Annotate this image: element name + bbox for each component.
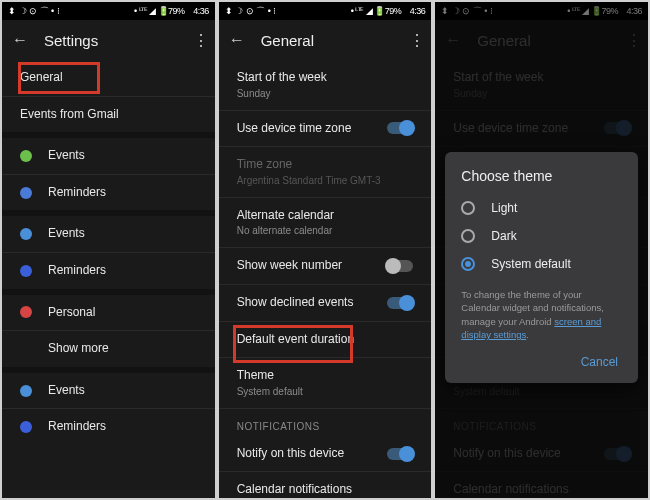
setting-show-week-number[interactable]: Show week number: [219, 248, 432, 285]
setting-start-of-week[interactable]: Start of the weekSunday: [219, 60, 432, 111]
calendar-color-dot: [20, 228, 32, 240]
calendar-item[interactable]: Events: [2, 138, 215, 175]
settings-item-events-gmail[interactable]: Events from Gmail: [2, 97, 215, 139]
app-bar: ← Settings ⋮: [2, 20, 215, 60]
setting-use-device-tz[interactable]: Use device time zone: [219, 111, 432, 148]
radio-checked-icon: [461, 257, 475, 271]
calendar-color-dot: [20, 421, 32, 433]
status-bar: ⬍ ☽ ⊙ ⌒ • ⁝ • ᴸᵀᴱ ◢ 🔋79% 4:36: [219, 2, 432, 20]
radio-unchecked-icon: [461, 229, 475, 243]
more-icon[interactable]: ⋮: [193, 31, 205, 50]
toggle-on[interactable]: [387, 122, 413, 134]
setting-show-declined[interactable]: Show declined events: [219, 285, 432, 322]
app-bar: ← General ⋮: [219, 20, 432, 60]
setting-time-zone: Time zoneArgentina Standard Time GMT-3: [219, 147, 432, 198]
show-more[interactable]: Show more: [2, 331, 215, 373]
calendar-color-dot: [20, 150, 32, 162]
setting-default-duration[interactable]: Default event duration: [219, 322, 432, 359]
dialog-note: To change the theme of your Calendar wid…: [461, 288, 622, 341]
calendar-color-dot: [20, 265, 32, 277]
calendar-item[interactable]: Events: [2, 373, 215, 410]
setting-notify-device[interactable]: Notify on this device: [219, 436, 432, 473]
screen-theme-dialog: ⬍ ☽ ⊙ ⌒ • ⁝ • ᴸᵀᴱ ◢ 🔋79% 4:36 ← General …: [435, 2, 648, 498]
theme-option-dark[interactable]: Dark: [461, 222, 622, 250]
back-icon[interactable]: ←: [229, 31, 247, 49]
settings-item-general[interactable]: General: [2, 60, 215, 97]
theme-option-light[interactable]: Light: [461, 194, 622, 222]
screen-settings: ⬍ ☽ ⊙ ⌒ • ⁝ • ᴸᵀᴱ ◢ 🔋79% 4:36 ← Settings…: [2, 2, 215, 498]
calendar-color-dot: [20, 187, 32, 199]
calendar-color-dot: [20, 306, 32, 318]
screen-general: ⬍ ☽ ⊙ ⌒ • ⁝ • ᴸᵀᴱ ◢ 🔋79% 4:36 ← General …: [219, 2, 432, 498]
calendar-item[interactable]: Events: [2, 216, 215, 253]
setting-calendar-notifications[interactable]: Calendar notifications: [219, 472, 432, 498]
calendar-item[interactable]: Personal: [2, 295, 215, 332]
toggle-on[interactable]: [387, 297, 413, 309]
setting-theme[interactable]: ThemeSystem default: [219, 358, 432, 409]
calendar-item[interactable]: Reminders: [2, 409, 215, 445]
more-icon[interactable]: ⋮: [409, 31, 421, 50]
radio-unchecked-icon: [461, 201, 475, 215]
status-bar: ⬍ ☽ ⊙ ⌒ • ⁝ • ᴸᵀᴱ ◢ 🔋79% 4:36: [2, 2, 215, 20]
page-title: General: [261, 32, 410, 49]
cancel-button[interactable]: Cancel: [577, 349, 622, 375]
page-title: Settings: [44, 32, 193, 49]
back-icon[interactable]: ←: [12, 31, 30, 49]
calendar-color-dot: [20, 385, 32, 397]
theme-dialog: Choose theme Light Dark System default T…: [445, 152, 638, 383]
calendar-item[interactable]: Reminders: [2, 175, 215, 217]
toggle-off[interactable]: [387, 260, 413, 272]
calendar-item[interactable]: Reminders: [2, 253, 215, 295]
theme-option-system[interactable]: System default: [461, 250, 622, 278]
setting-alternate-calendar[interactable]: Alternate calendarNo alternate calendar: [219, 198, 432, 249]
section-header-notifications: NOTIFICATIONS: [219, 409, 432, 436]
dialog-title: Choose theme: [461, 168, 622, 184]
toggle-on[interactable]: [387, 448, 413, 460]
